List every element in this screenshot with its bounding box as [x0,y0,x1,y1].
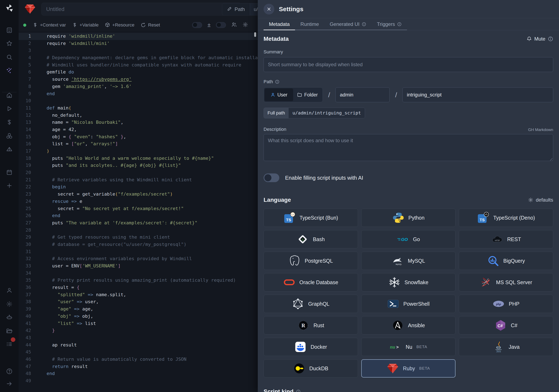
ai-wand-icon[interactable] [6,67,13,74]
editor-scrollbar[interactable] [254,32,256,37]
line-number: 41 [19,320,31,327]
prism-icon[interactable] [6,146,13,153]
svg-text:php: php [496,302,501,306]
line-number: 29 [19,234,31,241]
description-textarea[interactable] [264,134,553,161]
arrow-right-icon[interactable] [6,380,13,387]
language-ansible[interactable]: Ansible [361,316,456,335]
line-number: 47 [19,363,31,370]
plus-icon[interactable] [6,182,13,189]
people-icon[interactable] [231,22,237,28]
script-title-input[interactable] [41,3,241,16]
line-number: 22 [19,183,31,191]
editor-settings-gear-icon[interactable] [242,22,248,28]
tab-metadata[interactable]: Metadata [264,18,295,30]
language-nu[interactable]: nu>NuBETA [361,338,456,356]
language-duckdb[interactable]: DuckDB [264,359,358,377]
home-icon[interactable] [6,92,13,99]
defaults-button[interactable]: defaults [528,197,553,203]
language-java[interactable]: JavaJava [459,338,553,356]
line-number: 5 [19,62,31,69]
gear-icon [528,197,533,203]
language-python[interactable]: Python [361,209,456,227]
help-icon[interactable] [6,368,13,375]
line-number: 28 [19,227,31,234]
line-number: 16 [19,140,31,147]
language-c[interactable]: C#C# [459,316,553,335]
svg-text:MySQL: MySQL [396,263,402,265]
star-icon[interactable] [6,40,13,47]
language-typescript-bun[interactable]: TSTypeScript (Bun) [264,209,358,227]
language-typescript-deno[interactable]: TSTypeScript (Deno) [459,209,553,227]
owner-kind-user-button[interactable]: User [265,88,293,101]
path-slash: / [328,91,330,99]
editor-toolbar: +Context var +Variable +Resource Reset [23,19,160,31]
owner-kind-folder-button[interactable]: Folder [293,88,322,101]
add-variable-button[interactable]: +Variable [72,22,99,28]
search-icon[interactable] [6,54,13,61]
settings-body: Metadata Mute Summary Path User Folder [258,30,559,392]
language-php[interactable]: phpPHP [459,295,553,313]
reset-button[interactable]: Reset [140,22,160,28]
pencil-icon [227,6,232,12]
mssql-icon [480,276,492,288]
path-label: Path [264,79,553,84]
list-icon[interactable] [6,341,13,348]
summary-input[interactable] [264,57,553,72]
mute-button[interactable]: Mute [526,36,553,42]
line-number: 48 [19,370,31,377]
language-bigquery[interactable]: BigQuery [459,252,553,270]
language-powershell[interactable]: PowerShell [361,295,456,313]
language-graphql[interactable]: GraphQL [264,295,358,313]
robot-icon[interactable] [6,314,13,321]
gh-markdown-label: GH Markdown [528,128,553,132]
language-mysql[interactable]: MySQLMySQL [361,252,456,270]
dollar-icon[interactable] [6,119,13,126]
path-slash: / [395,91,397,99]
ai-fill-toggle[interactable] [264,173,279,182]
language-docker[interactable]: Docker [264,338,358,356]
language-rest[interactable]: HTTPREST [459,230,553,248]
language-section-title: Language [264,197,291,203]
multiplayer-toggle[interactable] [216,22,226,28]
diff-toggle[interactable] [192,22,202,28]
language-go[interactable]: GOGo [361,230,456,248]
language-postgresql[interactable]: PostgreSQL [264,252,358,270]
ruby-icon [387,362,399,374]
windmill-logo-icon[interactable] [5,4,14,13]
close-icon[interactable] [264,4,274,15]
cubes-icon[interactable] [6,132,13,139]
play-icon[interactable] [6,105,13,112]
owner-input[interactable] [335,87,390,102]
language-rust[interactable]: RRust [264,316,358,335]
info-icon [275,80,280,84]
user-icon[interactable] [6,287,13,294]
duckdb-icon [293,362,305,374]
svg-text:C#: C# [497,323,503,328]
language-oracle-database[interactable]: Oracle Database [264,273,358,292]
language-snowflake[interactable]: Snowflake [361,273,456,292]
language-ms-sql-server[interactable]: MS SQL Server [459,273,553,292]
calendar-icon[interactable] [6,169,13,176]
line-number: 25 [19,205,31,212]
tab-generated-ui[interactable]: Generated UI [324,18,372,30]
full-path-badge: Full path u/admin/intriguing_script [264,108,365,119]
folder-icon[interactable] [6,328,13,335]
tab-triggers[interactable]: Triggers [372,18,407,30]
line-number: 7 [19,76,31,83]
add-context-var-button[interactable]: +Context var [33,22,66,28]
script-name-input[interactable] [402,87,553,102]
language-ruby[interactable]: RubyBETA [361,359,456,377]
svg-text:nu: nu [390,344,395,350]
language-bash[interactable]: $Bash [264,230,358,248]
plus-minus-icon[interactable]: ± [207,22,211,28]
line-number: 17 [19,147,31,155]
line-number: 37 [19,291,31,299]
svg-text:Java: Java [496,350,501,353]
tab-runtime[interactable]: Runtime [295,18,324,30]
gear-icon[interactable] [6,301,13,308]
apps-icon[interactable] [6,27,13,34]
ruby-language-icon [24,3,36,15]
add-resource-button[interactable]: +Resource [105,22,134,28]
python-icon [392,212,404,224]
